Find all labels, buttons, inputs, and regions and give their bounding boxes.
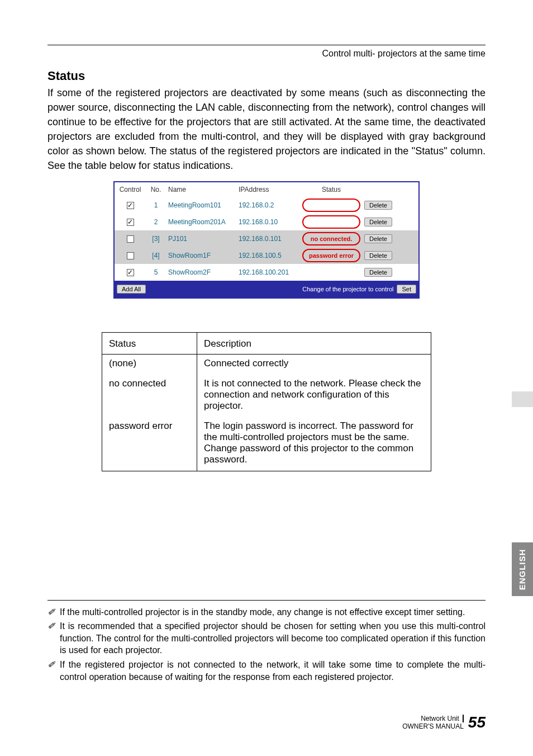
col-control: Control bbox=[115, 186, 146, 193]
delete-button[interactable]: Delete bbox=[364, 251, 392, 260]
control-cell bbox=[115, 234, 146, 242]
status-highlight bbox=[302, 199, 360, 212]
add-all-button[interactable]: Add All bbox=[117, 285, 146, 294]
ip-cell: 192.168.100.201 bbox=[239, 268, 301, 276]
col-status: Status bbox=[301, 186, 361, 193]
delete-cell: Delete bbox=[361, 234, 395, 243]
note-item: ✐It is recommended that a specified proj… bbox=[47, 620, 486, 656]
table-header-row: Status Description bbox=[102, 332, 431, 354]
description-value: Connected correctly bbox=[197, 354, 431, 375]
status-value: (none) bbox=[102, 354, 197, 375]
note-text: If the registered projector is not conne… bbox=[60, 659, 486, 683]
breadcrumb: Control multi- projectors at the same ti… bbox=[47, 49, 486, 59]
projector-row: 5ShowRoom2F192.168.100.201Delete bbox=[115, 264, 418, 281]
status-cell: password error bbox=[301, 249, 361, 262]
status-highlight: password error bbox=[302, 249, 360, 262]
notes-section: ✐If the multi-controlled projector is in… bbox=[47, 606, 486, 683]
page-footer: Network Unit OWNER'S MANUAL 55 bbox=[402, 714, 486, 731]
description-value: It is not connected to the network. Plea… bbox=[197, 375, 431, 417]
status-value: password error bbox=[102, 417, 197, 471]
note-text: If the multi-controlled projector is in … bbox=[60, 606, 486, 618]
status-highlight: no connected. bbox=[302, 232, 360, 245]
status-description-table: Status Description (none)Connected corre… bbox=[102, 332, 431, 471]
note-item: ✐If the registered projector is not conn… bbox=[47, 659, 486, 683]
pencil-icon: ✐ bbox=[47, 606, 60, 618]
page-content: Control multi- projectors at the same ti… bbox=[0, 0, 533, 756]
header-description: Description bbox=[197, 332, 431, 354]
no-cell: 2 bbox=[146, 218, 166, 226]
description-value: The login password is incorrect. The pas… bbox=[197, 417, 431, 471]
projector-row: 2MeetingRoom201A192.168.0.10Delete bbox=[115, 214, 418, 230]
projector-row: [3]PJ101192.168.0.101no connected.Delete bbox=[115, 230, 418, 247]
delete-button[interactable]: Delete bbox=[364, 268, 392, 277]
table-row: password errorThe login password is inco… bbox=[102, 417, 431, 471]
no-cell: [3] bbox=[146, 235, 166, 243]
col-name: Name bbox=[166, 186, 239, 193]
control-cell bbox=[115, 201, 146, 209]
delete-cell: Delete bbox=[361, 218, 395, 226]
status-cell bbox=[301, 215, 361, 229]
no-cell: 1 bbox=[146, 201, 166, 209]
ip-cell: 192.168.0.2 bbox=[239, 201, 301, 209]
footer-line2: OWNER'S MANUAL bbox=[402, 722, 464, 730]
footer-text: Network Unit OWNER'S MANUAL bbox=[402, 715, 464, 731]
pencil-icon: ✐ bbox=[47, 659, 60, 683]
control-cell bbox=[115, 268, 146, 276]
note-item: ✐If the multi-controlled projector is in… bbox=[47, 606, 486, 618]
col-ip: IPAddress bbox=[239, 186, 301, 193]
no-cell: [4] bbox=[146, 252, 166, 259]
ip-cell: 192.168.100.5 bbox=[239, 252, 301, 259]
footer-line1: Network Unit bbox=[402, 715, 464, 722]
projector-row: 1MeetingRoom101192.168.0.2Delete bbox=[115, 197, 418, 214]
control-checkbox[interactable] bbox=[127, 202, 134, 209]
status-cell bbox=[301, 199, 361, 212]
name-cell: ShowRoom1F bbox=[166, 252, 239, 259]
projector-table: Control No. Name IPAddress Status 1Meeti… bbox=[113, 181, 420, 299]
name-cell: MeetingRoom101 bbox=[166, 201, 239, 209]
delete-button[interactable]: Delete bbox=[364, 218, 392, 226]
status-cell: no connected. bbox=[301, 232, 361, 245]
section-title: Status bbox=[47, 69, 486, 83]
control-cell bbox=[115, 218, 146, 225]
page-number: 55 bbox=[468, 714, 486, 731]
control-checkbox[interactable] bbox=[127, 235, 134, 243]
section-paragraph: If some of the registered projectors are… bbox=[47, 86, 486, 173]
col-no: No. bbox=[146, 186, 166, 193]
header-divider bbox=[47, 45, 486, 45]
no-cell: 5 bbox=[146, 268, 166, 276]
projector-row: [4]ShowRoom1F192.168.100.5password error… bbox=[115, 247, 418, 264]
control-checkbox[interactable] bbox=[127, 219, 134, 226]
delete-cell: Delete bbox=[361, 201, 395, 210]
delete-button[interactable]: Delete bbox=[364, 201, 392, 210]
name-cell: PJ101 bbox=[166, 235, 239, 243]
note-text: It is recommended that a specified proje… bbox=[60, 620, 486, 656]
table-row: (none)Connected correctly bbox=[102, 354, 431, 375]
control-cell bbox=[115, 251, 146, 259]
status-value: no connected bbox=[102, 375, 197, 417]
header-status: Status bbox=[102, 332, 197, 354]
set-button[interactable]: Set bbox=[397, 285, 416, 294]
table-row: no connectedIt is not connected to the n… bbox=[102, 375, 431, 417]
name-cell: MeetingRoom201A bbox=[166, 218, 239, 226]
ip-cell: 192.168.0.10 bbox=[239, 218, 301, 226]
control-checkbox[interactable] bbox=[127, 252, 134, 259]
delete-cell: Delete bbox=[361, 251, 395, 260]
notes-divider bbox=[47, 600, 486, 601]
ip-cell: 192.168.0.101 bbox=[239, 235, 301, 243]
name-cell: ShowRoom2F bbox=[166, 268, 239, 276]
delete-button[interactable]: Delete bbox=[364, 234, 392, 243]
control-checkbox[interactable] bbox=[127, 269, 134, 276]
pencil-icon: ✐ bbox=[47, 620, 60, 656]
status-highlight bbox=[302, 215, 360, 229]
projector-table-footer: Add All Change of the projector to contr… bbox=[115, 281, 418, 297]
delete-cell: Delete bbox=[361, 268, 395, 277]
projector-table-header: Control No. Name IPAddress Status bbox=[115, 182, 418, 197]
change-projector-label: Change of the projector to control bbox=[302, 286, 393, 292]
